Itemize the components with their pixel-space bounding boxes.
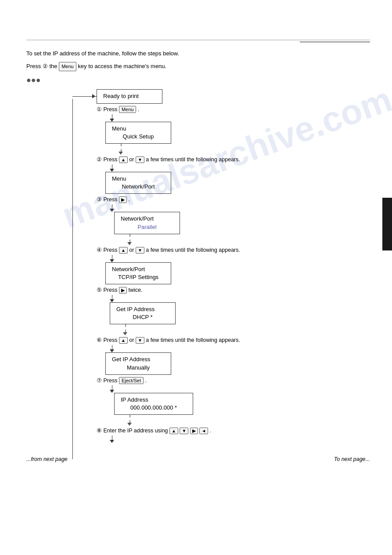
dashed-v-3 [125, 324, 370, 332]
network-tcpip-line1: Network/Port [112, 265, 165, 273]
ip-address-line1: IP Address [121, 396, 187, 404]
eject-set-key: Eject/Set [119, 377, 144, 384]
arrow-down-dashed-2 [127, 242, 132, 245]
arrow-to-ready [92, 94, 95, 98]
up-arrow-step6: ▲ [119, 337, 128, 344]
menu-network-line1: Menu [112, 175, 165, 183]
left-arrow-step8: ◄ [199, 428, 208, 434]
arrow-down-4 [110, 259, 114, 262]
arrow-down-7 [110, 390, 114, 393]
main-vertical-line [72, 99, 73, 459]
step8-instruction: ⑧ Enter the IP address using ▲ ▼ ▶ ◄ . [97, 427, 370, 434]
right-tab [382, 198, 392, 250]
up-arrow-step2: ▲ [119, 156, 128, 163]
arrow-down-2 [110, 169, 114, 172]
arrow-down-dashed-4 [127, 423, 132, 426]
arrow-down-8 [110, 440, 114, 443]
get-ip-manually-line2: Manually [112, 364, 165, 372]
menu-key-label: Menu [59, 62, 76, 72]
to-next-page: To next page... [334, 456, 370, 462]
intro-section: To set the IP address of the machine, fo… [26, 49, 370, 71]
dashed-v-2 [129, 234, 370, 242]
right-arrow-step5: ▶ [119, 287, 127, 294]
box-menu-quick: Menu Quick Setup [105, 122, 171, 144]
down-arrow-step4: ▼ [136, 247, 144, 254]
v-line-8 [112, 435, 370, 440]
step2-instruction: ② Press ▲ or ▼ a few times until the fol… [97, 156, 370, 163]
get-ip-dhcp-line2: DHCP * [116, 313, 169, 321]
box-menu-network: Menu Network/Port [105, 172, 171, 194]
arrow-down-1 [110, 119, 114, 122]
circled-2: ② [43, 63, 48, 69]
step4-instruction: ④ Press ▲ or ▼ a few times until the fol… [97, 247, 370, 254]
dashed-v-4 [129, 415, 370, 423]
v-line-1 [112, 114, 370, 119]
menu-network-line2: Network/Port [112, 183, 165, 191]
step5-instruction: ⑤ Press ▶ twice. [97, 287, 370, 294]
footer-section: ...from next page To next page... [26, 456, 370, 462]
box-network-parallel: Network/Port Parallel [114, 212, 180, 234]
right-arrow-step3: ▶ [119, 196, 127, 203]
v-line-5 [112, 295, 370, 299]
arrow-down-dashed-3 [123, 332, 127, 335]
up-arrow-step8: ▲ [169, 428, 178, 434]
menu-quick-line2: Quick Setup [112, 133, 165, 141]
intro-paragraph2: Press ② the Menu key to access the machi… [26, 62, 370, 72]
step6-instruction: ⑥ Press ▲ or ▼ a few times until the fol… [97, 337, 370, 344]
get-ip-dhcp-line1: Get IP Address [116, 305, 169, 313]
v-line-4 [112, 255, 370, 259]
box-get-ip-dhcp: Get IP Address DHCP * [110, 302, 176, 324]
arrow-down-6 [110, 349, 114, 352]
v-line-2 [112, 164, 370, 169]
box-network-parallel-row: Network/Port Parallel [114, 212, 370, 234]
ready-to-print-text: Ready to print [103, 93, 139, 99]
from-next-page: ...from next page [26, 456, 68, 462]
v-line-7 [112, 385, 370, 390]
network-parallel-line2: Parallel [121, 223, 173, 231]
box-network-tcpip-row: Network/Port TCP/IP Settings [105, 262, 370, 284]
arrow-down-dashed-1 [119, 152, 123, 155]
step3-instruction: ③ Press ▶ . [97, 196, 370, 203]
v-line-6 [112, 345, 370, 349]
down-arrow-step8: ▼ [180, 428, 188, 434]
box-get-ip-manually: Get IP Address Manually [105, 352, 171, 374]
arrow-down-3 [110, 209, 114, 212]
get-ip-manually-line1: Get IP Address [112, 355, 165, 363]
right-arrow-step8: ▶ [190, 428, 198, 434]
box-get-ip-manually-row: Get IP Address Manually [105, 352, 370, 374]
box-ip-address-row: IP Address 000.000.000.000 * [114, 393, 370, 415]
box-network-tcpip: Network/Port TCP/IP Settings [105, 262, 171, 284]
step7-instruction: ⑦ Press Eject/Set . [97, 377, 370, 384]
box-get-ip-dhcp-row: Get IP Address DHCP * [110, 302, 370, 324]
horizontal-rule [26, 40, 370, 40]
arrow-down-5 [110, 299, 114, 302]
top-decorative-line [300, 42, 370, 42]
box-menu-quick-row: Menu Quick Setup [105, 122, 370, 144]
box-ip-address: IP Address 000.000.000.000 * [114, 393, 193, 415]
v-line-3 [112, 204, 370, 209]
box-menu-network-row: Menu Network/Port [105, 172, 370, 194]
down-arrow-step6: ▼ [136, 337, 144, 344]
dashed-v-1 [121, 144, 370, 152]
down-arrow-step2: ▼ [136, 156, 144, 163]
ready-to-print-row: Ready to print [97, 89, 370, 103]
box-ready-to-print: Ready to print [97, 89, 162, 103]
ip-address-line2: 000.000.000.000 * [121, 404, 187, 412]
page: To set the IP address of the machine, fo… [0, 0, 392, 555]
network-tcpip-line2: TCP/IP Settings [112, 273, 165, 281]
menu-button-step1: Menu [119, 106, 137, 113]
menu-quick-line1: Menu [112, 125, 165, 133]
step1-instruction: ① Press Menu . [97, 106, 370, 113]
flowchart: Ready to print ① Press Menu . Menu Quick… [97, 89, 370, 443]
dots-decoration: ●●● [26, 76, 370, 85]
intro-paragraph1: To set the IP address of the machine, fo… [26, 49, 370, 58]
up-arrow-step4: ▲ [119, 247, 128, 254]
network-parallel-line1: Network/Port [121, 215, 173, 223]
